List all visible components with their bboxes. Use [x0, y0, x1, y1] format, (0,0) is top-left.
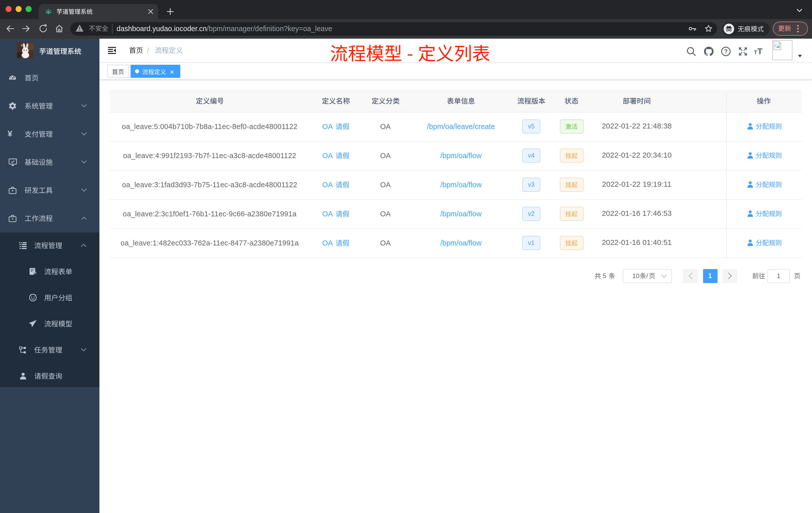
svg-text:?: ? [724, 48, 728, 55]
